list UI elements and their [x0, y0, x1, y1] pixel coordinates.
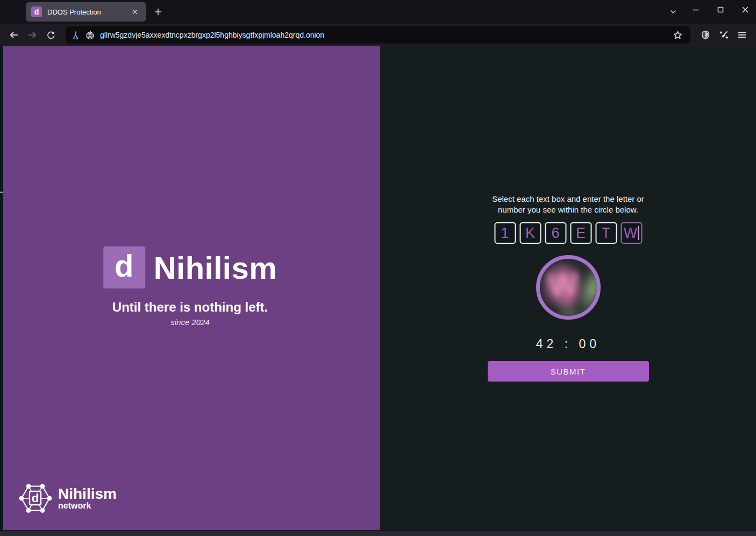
tor-circuit-icon[interactable]	[71, 31, 80, 40]
minimize-button[interactable]	[688, 2, 703, 17]
forward-button[interactable]	[25, 27, 40, 43]
browser-navbar: gllrw5gzdvje5axxexdtncpxzbrgxp2l5hghbiys…	[0, 24, 756, 46]
submit-button[interactable]: SUBMIT	[488, 361, 649, 382]
tagline: Until there is nothing left.	[0, 300, 380, 315]
captcha-input[interactable]: E	[570, 222, 591, 244]
shield-button[interactable]	[698, 27, 713, 43]
tab-favicon-letter: d	[34, 8, 39, 16]
footer-brand-text: Nihilism network	[58, 486, 117, 511]
captcha-blurred-letter: W	[547, 265, 579, 304]
footer-brand-name: Nihilism	[58, 486, 117, 502]
forward-arrow-icon	[27, 30, 37, 40]
network-logo-letter: d	[32, 491, 39, 505]
countdown-timer: 42 : 00	[380, 337, 756, 351]
brand-logo: d	[103, 246, 145, 288]
captcha-image-circle: W	[536, 255, 601, 320]
browser-titlebar: d DDOS Protection	[0, 0, 756, 24]
captcha-input[interactable]: 1	[494, 222, 516, 244]
brand-title: Nihilism	[154, 250, 277, 286]
captcha-instruction: Select each text box and enter the lette…	[480, 194, 657, 216]
hamburger-menu-icon	[737, 30, 747, 40]
onion-site-icon	[85, 31, 95, 40]
shield-icon	[701, 30, 710, 40]
captcha-input-value: 6	[551, 225, 559, 242]
back-arrow-icon	[9, 30, 19, 40]
maximize-button[interactable]	[713, 2, 728, 17]
menu-button[interactable]	[734, 27, 750, 43]
brand-lockup: d Nihilism	[103, 246, 277, 288]
chevron-down-icon	[669, 8, 677, 16]
captcha-blur-blob	[556, 305, 583, 320]
since-label: since 2024	[0, 318, 380, 327]
list-all-tabs-button[interactable]	[666, 4, 681, 19]
window-close-button[interactable]	[738, 2, 753, 17]
captcha-input[interactable]: W	[621, 222, 642, 244]
window-bottom-strip	[0, 530, 756, 536]
captcha-input-value: 1	[501, 225, 509, 242]
broom-sparkle-icon	[719, 30, 729, 40]
captcha-input-value: W	[624, 225, 637, 242]
tab-close-button[interactable]	[129, 6, 141, 18]
footer-brand: d Nihilism network	[18, 481, 117, 516]
resize-handle[interactable]	[0, 192, 3, 193]
captcha-input[interactable]: T	[595, 222, 617, 244]
maximize-icon	[716, 5, 725, 14]
window-controls	[688, 2, 753, 17]
captcha-input-value: T	[602, 225, 611, 242]
close-icon	[741, 5, 750, 14]
hero-panel: d Nihilism Until there is nothing left. …	[0, 46, 380, 530]
minimize-icon	[691, 5, 700, 14]
footer-brand-subtitle: network	[58, 502, 117, 511]
captcha-input[interactable]: K	[519, 222, 541, 244]
captcha-instruction-line2: number you see within the circle below.	[480, 204, 657, 215]
plus-icon	[154, 8, 162, 16]
captcha-input-value: K	[525, 225, 535, 242]
captcha-panel: Select each text box and enter the lette…	[380, 46, 756, 530]
tab-favicon: d	[31, 6, 42, 17]
bookmark-button[interactable]	[670, 27, 685, 43]
new-identity-button[interactable]	[716, 27, 731, 43]
page-content: d Nihilism Until there is nothing left. …	[0, 46, 756, 530]
reload-button[interactable]	[43, 27, 58, 43]
url-bar[interactable]: gllrw5gzdvje5axxexdtncpxzbrgxp2l5hghbiys…	[66, 26, 690, 44]
new-tab-button[interactable]	[151, 4, 166, 19]
browser-tab[interactable]: d DDOS Protection	[26, 2, 146, 22]
url-text[interactable]: gllrw5gzdvje5axxexdtncpxzbrgxp2l5hghbiys…	[100, 31, 665, 39]
window-edge-strip	[0, 46, 3, 530]
back-button[interactable]	[6, 27, 22, 43]
captcha-input[interactable]: 6	[545, 222, 566, 244]
captcha-instruction-line1: Select each text box and enter the lette…	[480, 194, 657, 204]
close-icon	[131, 8, 139, 16]
brand-logo-letter: d	[115, 250, 133, 285]
reload-icon	[46, 31, 55, 40]
text-cursor	[638, 226, 639, 240]
network-graph-icon: d	[18, 481, 53, 516]
tab-title: DDOS Protection	[47, 8, 124, 16]
star-icon	[673, 31, 682, 40]
captcha-input-value: E	[576, 225, 586, 242]
captcha-input-row: 1K6ETW	[494, 222, 642, 244]
